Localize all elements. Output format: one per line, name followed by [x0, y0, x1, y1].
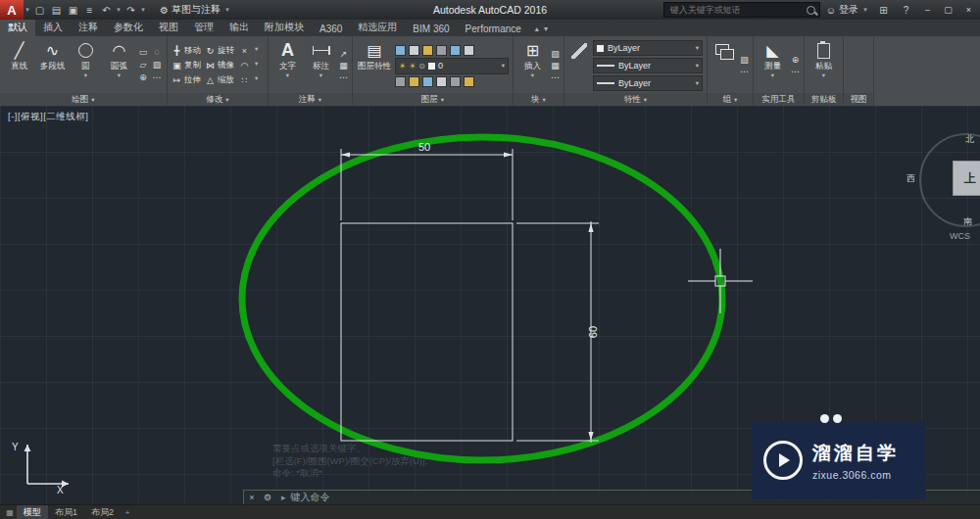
group-tool[interactable]	[711, 38, 737, 93]
command-customize-icon[interactable]: ⚙	[260, 493, 275, 502]
trim-icon[interactable]: ×	[238, 45, 251, 58]
viewcube-top-face[interactable]: 上	[953, 161, 980, 196]
redo-icon[interactable]: ↷	[122, 5, 139, 16]
viewport-controls[interactable]: [-][俯视][二维线框]	[8, 111, 89, 123]
redo-dropdown-icon[interactable]: ▾	[139, 6, 147, 14]
viewcube-wcs-menu[interactable]: WCS	[950, 231, 970, 241]
layer-tool-icon[interactable]	[395, 45, 406, 56]
lineweight-dropdown[interactable]: ByLayer ▾	[593, 75, 703, 91]
layer-tool-icon[interactable]	[395, 76, 406, 87]
signin-button[interactable]: ☺ 登录 ▾	[826, 3, 869, 17]
quick-select-icon[interactable]: ⊕	[791, 55, 800, 65]
ribbon-tab-annotate[interactable]: 注释	[71, 19, 106, 36]
ribbon-minimize-icon[interactable]: ▴	[535, 24, 539, 33]
layer-tool-icon[interactable]	[409, 45, 419, 56]
move-tool[interactable]: ╋ 移动	[172, 45, 201, 58]
panel-label-clipboard[interactable]: 剪贴板	[805, 93, 843, 106]
exchange-apps-icon[interactable]: ⊞	[875, 5, 892, 16]
rotate-tool[interactable]: ↻ 旋转	[205, 45, 234, 58]
object-color-dropdown[interactable]: ByLayer ▾	[593, 40, 703, 56]
viewcube-north-label[interactable]: 北	[965, 133, 974, 146]
measure-dropdown-icon[interactable]: ▾	[771, 71, 774, 79]
command-close-icon[interactable]: ×	[244, 493, 260, 502]
ribbon-tab-manage[interactable]: 管理	[186, 19, 221, 36]
paste-dropdown-icon[interactable]: ▾	[822, 71, 825, 79]
ribbon-tab-performance[interactable]: Performance	[458, 22, 529, 36]
viewcube-west-label[interactable]: 西	[906, 172, 915, 185]
layer-tool-icon[interactable]	[464, 45, 474, 56]
maximize-button[interactable]: ▢	[941, 5, 956, 15]
block-edit-icon[interactable]: ▨	[551, 49, 560, 59]
polyline-tool[interactable]: ∿ 多段线	[37, 38, 68, 93]
plot-icon[interactable]: ≡	[81, 5, 98, 16]
panel-label-draw[interactable]: 绘图 ▾	[0, 93, 167, 106]
panel-label-groups[interactable]: 组 ▾	[708, 93, 753, 106]
array-icon[interactable]: ∷	[238, 74, 251, 87]
help-icon[interactable]: ?	[898, 5, 914, 16]
search-icon[interactable]	[807, 6, 815, 15]
rectangle-shape[interactable]	[341, 223, 513, 441]
app-menu-dropdown-icon[interactable]: ▾	[24, 6, 31, 14]
panel-label-view[interactable]: 视图	[844, 93, 873, 106]
array-dropdown-icon[interactable]: ▾	[255, 74, 264, 87]
new-file-icon[interactable]: ▢	[31, 5, 48, 16]
text-tool[interactable]: A 文字 ▾	[272, 38, 303, 93]
open-file-icon[interactable]: ▤	[48, 5, 65, 16]
ungroup-icon[interactable]: ▨	[740, 55, 749, 65]
viewcube[interactable]: 北 西 南 上 WCS	[892, 121, 980, 241]
insert-dropdown-icon[interactable]: ▾	[531, 71, 534, 79]
panel-label-block[interactable]: 块 ▾	[514, 93, 564, 106]
fillet-icon[interactable]: ◠	[238, 60, 251, 72]
layer-select-dropdown[interactable]: ☀ ☀ ⊙ 0 ▾	[395, 58, 509, 74]
line-tool[interactable]: ╱ 直线	[4, 38, 34, 93]
layer-tool-icon[interactable]	[436, 45, 447, 56]
tab-layout2[interactable]: 布局2	[84, 505, 121, 519]
fillet-dropdown-icon[interactable]: ▾	[255, 60, 264, 72]
trim-dropdown-icon[interactable]: ▾	[255, 45, 264, 58]
arc-dropdown-icon[interactable]: ▾	[118, 71, 121, 79]
model-grid-icon[interactable]: ▦	[3, 508, 17, 517]
copy-tool[interactable]: ▣ 复制	[172, 60, 201, 72]
ribbon-tab-view[interactable]: 视图	[151, 19, 186, 36]
tab-layout1[interactable]: 布局1	[48, 505, 84, 519]
search-box[interactable]	[663, 2, 820, 18]
utilities-more-icon[interactable]: ⋯	[791, 67, 800, 76]
point-icon[interactable]: ⊕	[137, 72, 149, 85]
ribbon-tab-insert[interactable]: 插入	[35, 19, 71, 36]
workspace-switcher[interactable]: ⚙ 草图与注释 ▾	[155, 2, 236, 18]
layer-tool-icon[interactable]	[450, 76, 461, 87]
polygon-icon[interactable]: ▱	[137, 60, 149, 72]
rectangle-icon[interactable]: ▭	[137, 47, 149, 60]
annotation-more-icon[interactable]: ⋯	[339, 72, 348, 82]
group-edit-icon[interactable]: ⋯	[740, 67, 749, 76]
dimension-tool[interactable]: 标注 ▾	[306, 38, 336, 93]
measure-tool[interactable]: ◣ 测量 ▾	[758, 38, 788, 93]
viewcube-south-label[interactable]: 南	[963, 215, 972, 228]
layer-tool-icon[interactable]	[464, 76, 474, 87]
undo-icon[interactable]: ↶	[98, 5, 115, 16]
search-input[interactable]	[668, 4, 788, 16]
ellipse-icon[interactable]: ◌	[151, 47, 163, 60]
table-icon[interactable]: ▦	[339, 61, 348, 71]
layer-tool-icon[interactable]	[409, 76, 419, 87]
ribbon-tab-bim360[interactable]: BIM 360	[405, 22, 457, 36]
text-dropdown-icon[interactable]: ▾	[286, 71, 289, 79]
layer-properties-tool[interactable]: ▤ 图层特性	[357, 38, 392, 93]
match-properties-tool[interactable]	[568, 38, 590, 93]
layer-tool-icon[interactable]	[436, 76, 447, 87]
ribbon-tab-addins[interactable]: 附加模块	[257, 19, 312, 36]
ribbon-tab-output[interactable]: 输出	[221, 19, 257, 36]
insert-block-tool[interactable]: ⊞ 插入 ▾	[517, 38, 548, 93]
draw-more-icon[interactable]: ⋯	[151, 72, 163, 85]
ribbon-tab-a360[interactable]: A360	[312, 22, 350, 36]
close-button[interactable]: ×	[961, 5, 976, 15]
block-attributes-icon[interactable]: ▦	[551, 61, 560, 71]
hatch-icon[interactable]: ▨	[151, 60, 163, 72]
ribbon-tab-featured-apps[interactable]: 精选应用	[350, 19, 405, 36]
minimize-button[interactable]: –	[920, 5, 935, 15]
app-menu-button[interactable]: A	[0, 0, 24, 20]
linetype-dropdown[interactable]: ByLayer ▾	[593, 58, 703, 73]
panel-label-utilities[interactable]: 实用工具	[754, 93, 804, 106]
ribbon-tab-parametric[interactable]: 参数化	[106, 19, 151, 36]
ribbon-tab-home[interactable]: 默认	[0, 19, 35, 36]
